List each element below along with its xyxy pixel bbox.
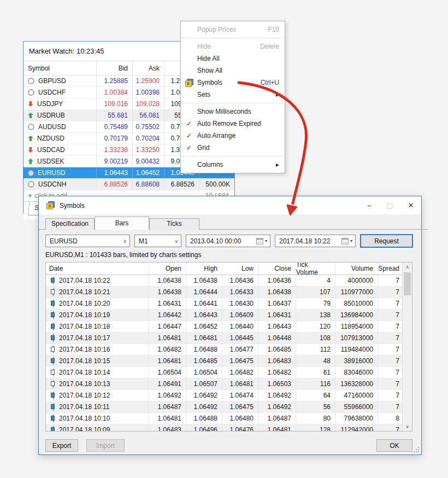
bars-table-row[interactable]: 2017.04.18 10:111.064871.064921.064751.0… xyxy=(46,401,412,413)
circle-icon xyxy=(28,181,34,188)
market-watch-context-menu: Popup PricesF10HideDeleteHide AllShow Al… xyxy=(180,21,285,173)
ok-button[interactable]: OK xyxy=(376,439,412,452)
filled-candle-icon xyxy=(51,311,56,319)
symbols-dialog-title: Symbols xyxy=(60,202,85,209)
menu-shortcut: F10 xyxy=(268,26,279,33)
tick-volume-cell: 61 xyxy=(296,367,335,378)
bars-table-row[interactable]: 2017.04.18 10:171.064811.064811.064451.0… xyxy=(46,333,412,344)
bars-table-row[interactable]: 2017.04.18 10:091.064831.064961.064761.0… xyxy=(46,424,412,432)
request-button[interactable]: Request xyxy=(360,234,413,248)
filled-candle-icon xyxy=(51,403,56,411)
market-watch-row-usdcnh[interactable]: USDCNH6.885266.886086.88526500.00K xyxy=(23,179,234,190)
menu-item-sets[interactable]: Sets▶ xyxy=(181,89,285,101)
tick-volume-cell: 116 xyxy=(296,378,335,389)
symbol-cell: USDCAD xyxy=(23,144,96,155)
bar-date-cell: 2017.04.18 10:18 xyxy=(46,321,148,332)
export-button[interactable]: Export xyxy=(45,439,78,452)
bars-table-row[interactable]: 2017.04.18 10:151.064811.064851.064751.0… xyxy=(46,355,412,367)
bar-date-label: 2017.04.18 10:15 xyxy=(59,357,110,365)
volume-cell: 136984000 xyxy=(335,310,378,320)
menu-item-show-all[interactable]: Show All xyxy=(181,65,285,77)
bars-table-row[interactable]: 2017.04.18 10:141.065041.065041.064821.0… xyxy=(46,367,412,378)
close-button[interactable]: ✕ xyxy=(400,196,421,214)
menu-item-label: Show All xyxy=(197,67,279,74)
symbol-select[interactable]: EURUSD ∨ xyxy=(45,235,130,247)
menu-separator xyxy=(182,156,284,156)
volume-cell: 107913000 xyxy=(335,333,378,343)
high-cell: 1.06438 xyxy=(186,275,222,286)
bars-column-high[interactable]: High xyxy=(186,263,222,275)
calendar-icon xyxy=(256,238,263,244)
bars-column-volume[interactable]: Volume xyxy=(335,263,378,275)
menu-item-symbols[interactable]: SymbolsCtrl+U xyxy=(181,77,285,89)
volume-cell: 38916000 xyxy=(335,355,378,366)
bar-date-label: 2017.04.18 10:10 xyxy=(59,415,110,422)
filled-candle-icon xyxy=(51,357,56,365)
high-cell: 1.06444 xyxy=(186,287,222,298)
date-to-picker[interactable]: 2017.04.18 10:22 ▾ xyxy=(275,235,356,247)
low-cell: 1.06433 xyxy=(222,287,258,298)
bars-table-row[interactable]: 2017.04.18 10:191.064421.064431.064091.0… xyxy=(46,310,412,321)
symbol-label: AUDUSD xyxy=(38,123,66,131)
bars-table-row[interactable]: 2017.04.18 10:221.064381.064381.064361.0… xyxy=(46,275,412,287)
open-cell: 1.06447 xyxy=(148,321,186,332)
bars-column-spread[interactable]: Spread xyxy=(378,263,404,275)
tab-ticks[interactable]: Ticks xyxy=(149,218,199,230)
bid-cell: 1.00384 xyxy=(96,87,132,98)
period-select[interactable]: M1 ∨ xyxy=(134,235,181,247)
last-cell: 6.88526 xyxy=(164,179,199,190)
bar-date-label: 2017.04.18 10:21 xyxy=(59,288,110,296)
menu-item-columns[interactable]: Columns▶ xyxy=(181,159,285,171)
market-watch-column-bid[interactable]: Bid xyxy=(96,61,132,75)
volume-cell: 47160000 xyxy=(335,390,378,401)
bars-table-row[interactable]: 2017.04.18 10:201.064311.064411.064301.0… xyxy=(46,298,412,310)
tab-specification[interactable]: Specification xyxy=(45,218,95,230)
bars-column-close[interactable]: Close xyxy=(258,263,296,275)
bar-date-cell: 2017.04.18 10:09 xyxy=(46,424,148,432)
bid-cell: 109.016 xyxy=(96,98,132,109)
ask-cell: 56.081 xyxy=(132,110,164,121)
bars-column-open[interactable]: Open xyxy=(148,263,186,275)
bid-cell: 0.75489 xyxy=(96,121,132,132)
bars-table-row[interactable]: 2017.04.18 10:211.064381.064441.064331.0… xyxy=(46,287,412,298)
vertical-scrollbar[interactable]: ∧ ∨ xyxy=(402,263,412,431)
bars-table-row[interactable]: 2017.04.18 10:131.064911.065071.064811.0… xyxy=(46,378,412,390)
low-cell: 1.06475 xyxy=(222,355,258,366)
market-watch-column-symbol[interactable]: Symbol xyxy=(23,61,96,75)
minimize-button[interactable]: – xyxy=(359,196,380,214)
high-cell: 1.06481 xyxy=(186,333,222,343)
scrollbar-thumb[interactable] xyxy=(404,272,411,295)
spread-cell: 7 xyxy=(378,321,404,332)
scroll-down-icon[interactable]: ∨ xyxy=(403,422,412,431)
date-from-picker[interactable]: 2013.04.10 00:00 ▾ xyxy=(186,235,270,247)
menu-item-popup-prices: Popup PricesF10 xyxy=(181,24,285,36)
bars-table-header: DateOpenHighLowCloseTick VolumeVolumeSpr… xyxy=(46,263,412,275)
bar-date-label: 2017.04.18 10:18 xyxy=(59,323,110,330)
close-cell: 1.06485 xyxy=(258,344,296,355)
menu-item-show-milliseconds[interactable]: Show Milliseconds xyxy=(181,106,285,118)
bars-table-row[interactable]: 2017.04.18 10:121.064921.064921.064741.0… xyxy=(46,390,412,401)
menu-item-grid[interactable]: ✓Grid xyxy=(181,142,285,154)
bars-column-date[interactable]: Date xyxy=(46,263,148,275)
menu-item-label: Auto Remove Expired xyxy=(197,120,279,127)
resize-grip[interactable] xyxy=(418,451,419,452)
close-cell: 1.06483 xyxy=(258,355,296,366)
bars-table-row[interactable]: 2017.04.18 10:181.064471.064521.064401.0… xyxy=(46,321,412,333)
menu-item-hide-all[interactable]: Hide All xyxy=(181,53,285,65)
bars-column-tick-volume[interactable]: Tick Volume xyxy=(296,263,335,275)
symbol-cell: USDCNH xyxy=(23,179,96,190)
menu-item-auto-remove-expired[interactable]: ✓Auto Remove Expired xyxy=(181,118,285,130)
circle-icon xyxy=(28,124,34,130)
market-watch-column-ask[interactable]: Ask xyxy=(132,61,164,75)
bars-column-low[interactable]: Low xyxy=(222,263,258,275)
symbols-icon xyxy=(46,201,55,209)
arrow-down-icon xyxy=(28,147,33,153)
bars-table-row[interactable]: 2017.04.18 10:161.064821.064881.064771.0… xyxy=(46,344,412,355)
menu-item-auto-arrange[interactable]: ✓Auto Arrange xyxy=(181,130,285,142)
tick-volume-cell: 79 xyxy=(296,298,335,309)
tab-bars[interactable]: Bars xyxy=(95,217,149,230)
scroll-up-icon[interactable]: ∧ xyxy=(403,263,412,271)
symbols-dialog-titlebar[interactable]: Symbols – ▢ ✕ xyxy=(39,196,421,214)
bars-table-row[interactable]: 2017.04.18 10:101.064811.064881.064801.0… xyxy=(46,413,412,424)
checkmark-icon: ✓ xyxy=(186,120,192,127)
